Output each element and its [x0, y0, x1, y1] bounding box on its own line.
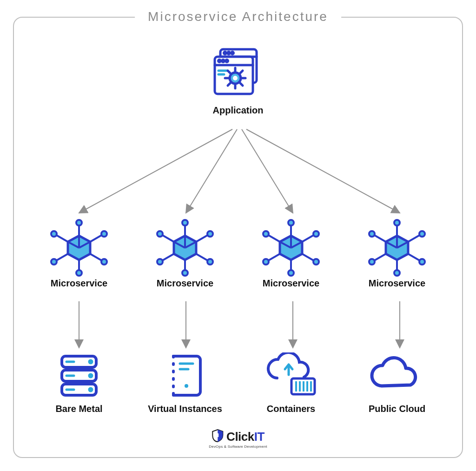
svg-point-102 [89, 388, 92, 391]
microservices-row: Microservice Microservice Microservice M… [33, 218, 443, 289]
svg-line-84 [408, 235, 420, 242]
svg-point-100 [89, 374, 92, 377]
microservice-label: Microservice [139, 278, 231, 289]
svg-point-3 [228, 52, 230, 54]
svg-point-75 [263, 259, 269, 265]
microservice-node: Microservice [245, 218, 337, 289]
svg-line-92 [374, 235, 386, 242]
svg-line-23 [186, 129, 237, 213]
svg-line-36 [90, 235, 102, 242]
application-node: Application [192, 46, 284, 116]
svg-line-60 [162, 235, 174, 242]
vm-icon [139, 352, 231, 399]
svg-line-22 [79, 129, 232, 213]
microservice-node: Microservice [350, 218, 443, 289]
svg-line-25 [246, 129, 400, 213]
infra-label: Containers [245, 404, 337, 414]
application-label: Application [192, 105, 284, 116]
svg-line-52 [196, 235, 208, 242]
svg-point-41 [76, 270, 82, 276]
svg-point-105 [185, 384, 188, 388]
svg-point-9 [226, 60, 228, 62]
svg-point-45 [51, 231, 57, 237]
brand-tagline: DevOps & Software Development [209, 444, 267, 449]
infra-node-virtual: Virtual Instances [139, 352, 231, 414]
infra-label: Virtual Instances [139, 404, 231, 414]
svg-point-91 [369, 259, 375, 265]
diagram-frame: Microservice Architecture [13, 17, 463, 458]
svg-line-74 [268, 254, 280, 261]
svg-point-35 [76, 220, 82, 226]
cube-network-icon [33, 218, 126, 278]
application-icon [210, 46, 266, 98]
svg-line-86 [408, 254, 420, 261]
svg-point-53 [207, 231, 213, 237]
svg-line-24 [242, 129, 293, 213]
svg-point-59 [157, 259, 163, 265]
svg-point-37 [101, 231, 107, 237]
svg-point-61 [157, 231, 163, 237]
svg-point-4 [231, 52, 234, 54]
cube-network-icon [245, 218, 337, 278]
microservice-label: Microservice [33, 278, 126, 289]
brand-name-a: Click [226, 430, 254, 444]
svg-line-68 [302, 235, 314, 242]
svg-point-87 [419, 259, 425, 265]
microservice-node: Microservice [139, 218, 231, 289]
brand-name-b: IT [254, 430, 264, 444]
svg-point-51 [182, 220, 188, 226]
brand-logo: ClickIT DevOps & Software Development [209, 429, 267, 449]
svg-point-7 [218, 60, 221, 62]
svg-line-90 [374, 254, 386, 261]
svg-line-44 [56, 235, 68, 242]
svg-point-83 [394, 220, 400, 226]
cube-network-icon [350, 218, 443, 278]
shield-icon [212, 429, 224, 444]
svg-point-57 [182, 270, 188, 276]
microservice-node: Microservice [33, 218, 126, 289]
svg-point-21 [233, 76, 238, 80]
infra-node-bare-metal: Bare Metal [33, 352, 126, 414]
microservice-label: Microservice [245, 278, 337, 289]
server-stack-icon [33, 352, 126, 399]
diagram-title: Microservice Architecture [135, 9, 341, 24]
svg-point-73 [288, 270, 294, 276]
svg-line-58 [162, 254, 174, 261]
svg-point-85 [419, 231, 425, 237]
svg-point-67 [288, 220, 294, 226]
infra-node-containers: Containers [245, 352, 337, 414]
svg-rect-114 [217, 435, 218, 437]
svg-line-42 [56, 254, 68, 261]
svg-line-76 [268, 235, 280, 242]
infrastructure-row: Bare Metal Virtual Instances Containers … [33, 352, 443, 414]
svg-line-38 [90, 254, 102, 261]
infra-label: Public Cloud [350, 404, 443, 414]
svg-point-43 [51, 259, 57, 265]
brand-name: ClickIT [226, 430, 264, 444]
svg-point-77 [263, 231, 269, 237]
svg-point-2 [224, 52, 226, 54]
svg-point-39 [101, 259, 107, 265]
cloud-container-icon [245, 352, 337, 399]
cube-network-icon [139, 218, 231, 278]
svg-point-55 [207, 259, 213, 265]
svg-point-93 [369, 231, 375, 237]
svg-line-54 [196, 254, 208, 261]
cloud-icon [350, 352, 443, 399]
svg-line-70 [302, 254, 314, 261]
svg-point-8 [222, 60, 225, 62]
infra-node-public-cloud: Public Cloud [350, 352, 443, 414]
svg-point-89 [394, 270, 400, 276]
svg-point-71 [313, 259, 319, 265]
microservice-label: Microservice [350, 278, 443, 289]
infra-label: Bare Metal [33, 404, 126, 414]
svg-point-98 [89, 360, 92, 363]
svg-point-69 [313, 231, 319, 237]
